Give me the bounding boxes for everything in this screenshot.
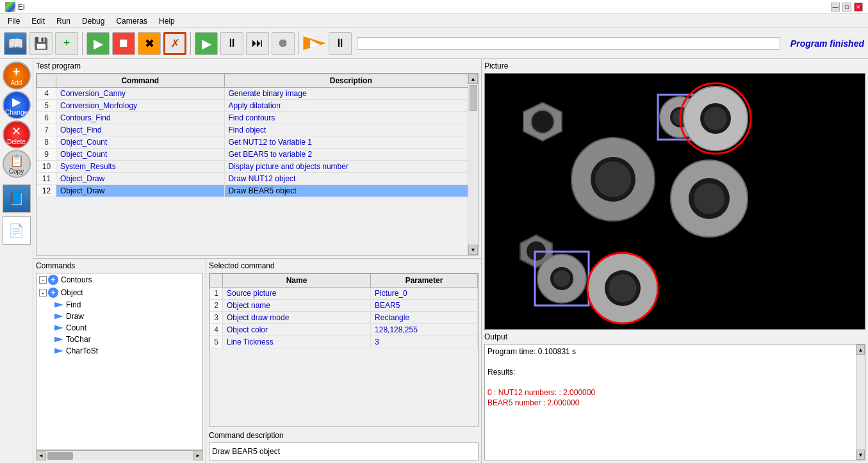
delete-sidebar-button[interactable]: ✕ Delete (3, 120, 31, 149)
pause-button[interactable]: ⏸ (220, 32, 243, 55)
count-label: Count (66, 323, 86, 332)
object-icon: + (48, 288, 58, 298)
param-row[interactable]: 2 Object name BEAR5 (210, 300, 478, 312)
row-description: Draw BEAR5 object (224, 185, 477, 197)
change-sidebar-button[interactable]: ▶ Change (3, 91, 31, 119)
copy-sidebar-button[interactable]: 📋 Copy (3, 150, 31, 178)
param-row[interactable]: 5 Line Tickness 3 (210, 336, 478, 348)
test-program-table-container[interactable]: Command Description 4 Conversion_Canny G… (36, 73, 479, 256)
output-line (487, 378, 862, 387)
add-sidebar-button[interactable]: + Add (3, 61, 31, 90)
param-row[interactable]: 1 Source picture Picture_0 (210, 288, 478, 300)
chartostr-arrow-icon (54, 346, 63, 355)
param-col-num (210, 274, 223, 288)
stop-button[interactable]: ⏹ (112, 32, 135, 55)
close-button[interactable]: ✕ (854, 3, 863, 12)
output-scrollbar[interactable]: ▲ ▼ (856, 345, 865, 460)
param-col-parameter: Parameter (371, 274, 478, 288)
frame-x-button[interactable]: ✗ (163, 32, 186, 55)
table-row[interactable]: 9 Object_Count Get BEAR5 to variable 2 (37, 149, 478, 161)
scroll-down-arrow[interactable]: ▼ (468, 245, 478, 255)
separator-1 (82, 32, 83, 55)
menu-cameras[interactable]: Cameras (111, 15, 152, 27)
step-play-button[interactable]: ▶ (195, 32, 218, 55)
table-row[interactable]: 8 Object_Count Get NUT12 to Variable 1 (37, 136, 478, 149)
row-command: Object_Count (56, 136, 225, 149)
table-row[interactable]: 12 Object_Draw Draw BEAR5 object (37, 185, 478, 197)
row-command: Contours_Find (56, 112, 225, 124)
left-sidebar: + Add ▶ Change ✕ Delete 📋 Copy 📘 📄 (0, 59, 33, 463)
test-program-title: Test program (36, 61, 479, 70)
row-description: Get NUT12 to Variable 1 (224, 136, 477, 149)
output-box[interactable]: Program time: 0.100831 s Results: 0 : NU… (484, 344, 865, 460)
h-scroll-left[interactable]: ◄ (36, 451, 46, 460)
contours-expand[interactable]: - (39, 276, 47, 284)
tochar-label: ToChar (66, 335, 91, 344)
param-name: Line Tickness (223, 336, 371, 348)
row-description: Find object (224, 124, 477, 136)
col-num (37, 74, 56, 88)
table-row[interactable]: 5 Conversion_Morfology Apply dilatation (37, 100, 478, 112)
scroll-up-arrow[interactable]: ▲ (468, 74, 478, 84)
h-scrollbar[interactable]: ◄ ► (36, 450, 203, 460)
param-col-name: Name (223, 274, 371, 288)
add-toolbar-button[interactable]: + (55, 32, 78, 55)
table-row[interactable]: 4 Conversion_Canny Generate binary image (37, 88, 478, 100)
param-num: 1 (210, 288, 223, 300)
fast-forward-button[interactable]: ⏭ (246, 32, 269, 55)
nut-center (671, 160, 748, 237)
menu-run[interactable]: Run (51, 15, 76, 27)
menu-bar: File Edit Run Debug Cameras Help (0, 14, 868, 28)
minimize-button[interactable]: — (831, 3, 840, 12)
maximize-button[interactable]: □ (842, 3, 851, 12)
table-row[interactable]: 10 System_Results Display picture and ob… (37, 161, 478, 173)
tochar-arrow-icon (54, 335, 63, 344)
table-row[interactable]: 7 Object_Find Find object (37, 124, 478, 136)
tree-item-contours[interactable]: - + Contours (37, 273, 202, 286)
param-row[interactable]: 3 Object draw mode Rectangle (210, 312, 478, 324)
table-row[interactable]: 6 Contours_Find Find contours (37, 112, 478, 124)
tree-sub-chartostr[interactable]: CharToSt (37, 345, 202, 357)
table-row[interactable]: 11 Object_Draw Draw NUT12 object (37, 173, 478, 185)
arrow-right-button[interactable]: ▶ (303, 32, 326, 55)
menu-help[interactable]: Help (154, 15, 180, 27)
record-button[interactable]: ⏺ (272, 32, 295, 55)
menu-file[interactable]: File (3, 15, 25, 27)
commands-panel: Commands - + Contours - + Object (33, 259, 206, 463)
commands-tree[interactable]: - + Contours - + Object Find (36, 273, 203, 450)
tree-sub-find[interactable]: Find (37, 299, 202, 311)
cancel-x-button[interactable]: ✖ (138, 32, 161, 55)
output-scroll-up[interactable]: ▲ (856, 345, 865, 355)
tree-sub-count[interactable]: Count (37, 322, 202, 334)
menu-debug[interactable]: Debug (77, 15, 110, 27)
sidebar-book-icon: 📘 (3, 184, 31, 213)
h-scroll-right[interactable]: ► (193, 451, 203, 460)
pause2-button[interactable]: ⏸ (329, 32, 352, 55)
row-description: Apply dilatation (224, 100, 477, 112)
open-button[interactable]: 📖 (4, 32, 27, 55)
h-scroll-thumb[interactable] (47, 452, 73, 460)
window-controls[interactable]: — □ ✕ (831, 3, 863, 12)
object-expand[interactable]: - (39, 289, 47, 296)
bear5-topright-big (680, 83, 751, 154)
output-section: Output Program time: 0.100831 s Results:… (484, 332, 865, 460)
cmd-desc-input[interactable] (209, 443, 479, 460)
count-arrow-icon (54, 323, 63, 332)
tree-item-object[interactable]: - + Object (37, 286, 202, 299)
tree-sub-draw[interactable]: Draw (37, 311, 202, 322)
save-button[interactable]: 💾 (29, 32, 53, 55)
row-command: Conversion_Morfology (56, 100, 225, 112)
params-table-container[interactable]: Name Parameter 1 Source picture Picture_… (209, 273, 479, 427)
tree-sub-tochar[interactable]: ToChar (37, 334, 202, 345)
row-command: Object_Find (56, 124, 225, 136)
nut-center-left (571, 138, 655, 221)
menu-edit[interactable]: Edit (26, 15, 50, 27)
scroll-thumb[interactable] (470, 85, 477, 111)
output-scroll-down[interactable]: ▼ (856, 450, 865, 460)
row-command: Object_Draw (56, 173, 225, 185)
play-button[interactable]: ▶ (86, 32, 110, 55)
table-scrollbar[interactable]: ▲ ▼ (468, 74, 478, 255)
row-description: Get BEAR5 to variable 2 (224, 149, 477, 161)
param-value: Rectangle (371, 312, 478, 324)
param-row[interactable]: 4 Object color 128,128,255 (210, 324, 478, 336)
